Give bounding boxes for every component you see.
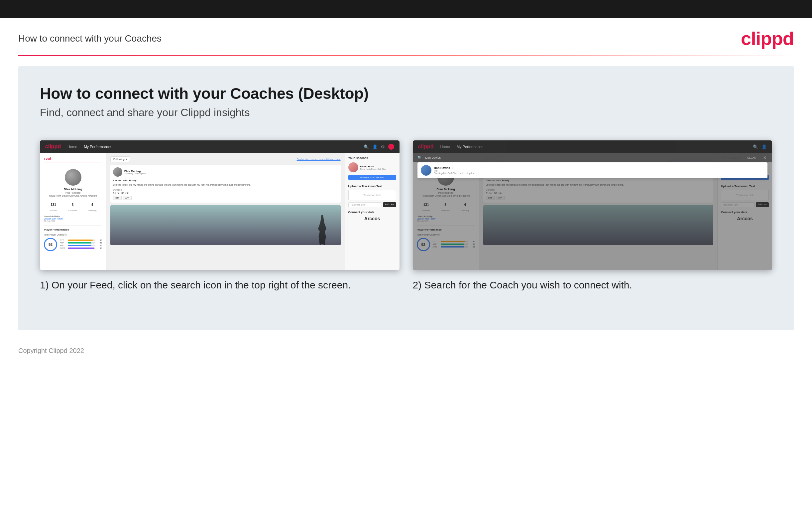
chevron-down-icon: ▾ bbox=[126, 158, 127, 161]
mock-image-bg-2 bbox=[483, 205, 714, 245]
mock-clear-button[interactable]: CLEAR bbox=[747, 156, 756, 159]
user-icon[interactable]: 👤 bbox=[372, 144, 378, 150]
mock-stat-following-2: 4 Following bbox=[461, 203, 469, 213]
mock-control-link[interactable]: Control who can see your activity and da… bbox=[297, 158, 341, 160]
search-magnifier-icon: 🔍 bbox=[418, 156, 422, 160]
mock-nav-icons: 🔍 👤 ⚙ bbox=[364, 144, 394, 150]
mock-duration-label-2: Duration bbox=[486, 188, 711, 191]
mock-performance-2: Player Performance Total Player Quality … bbox=[417, 225, 475, 251]
mock-logo-2: clippd bbox=[418, 144, 434, 150]
mock-post-text-2: Looking to feel like my hands are exitin… bbox=[486, 183, 711, 186]
mock-trackman-row-1: Trackman Link Add Link bbox=[348, 202, 396, 207]
mock-logo-1: clippd bbox=[45, 144, 61, 150]
mock-following-row: Following ▾ Control who can see your act… bbox=[110, 156, 341, 162]
mock-lesson-title: Lesson with Fordy bbox=[113, 179, 338, 182]
mock-post-meta: Yesterday · Sunningdale bbox=[124, 173, 146, 175]
mock-coach-info-1: David Ford Royal North Devon Golf Club bbox=[360, 165, 386, 170]
mock-search-input-wrap: Dan Davies bbox=[425, 156, 744, 159]
mock-perf-title: Player Performance bbox=[44, 228, 102, 231]
mock-post: Blair McHarg Yesterday · Sunningdale Les… bbox=[110, 165, 341, 203]
mock-perf-title-2: Player Performance bbox=[417, 228, 475, 231]
mock-nav-myperformance-2: My Performance bbox=[457, 145, 484, 149]
mock-trackman-row-2: Trackman Link Add Link bbox=[721, 202, 769, 207]
mock-middle-panel-1: Following ▾ Control who can see your act… bbox=[106, 153, 345, 270]
mock-stat-activities-2: 131 Activities bbox=[422, 203, 430, 213]
mock-left-panel-1: Feed Blair McHarg Plus Handicap Royal No… bbox=[40, 153, 106, 270]
settings-icon[interactable]: ⚙ bbox=[381, 144, 385, 150]
screenshot-col-1: clippd Home My Performance 🔍 👤 ⚙ Feed bbox=[40, 140, 399, 292]
screenshot-col-2: clippd Home My Performance 🔍 👤 🔍 Dan Dav… bbox=[413, 140, 772, 292]
mock-avatar bbox=[65, 169, 82, 186]
header: How to connect with your Coaches clippd bbox=[0, 18, 812, 55]
user-icon-2[interactable]: 👤 bbox=[761, 144, 767, 150]
mock-arccos-2: Arccos bbox=[721, 216, 769, 221]
screenshot-mockup-2: clippd Home My Performance 🔍 👤 🔍 Dan Dav… bbox=[413, 140, 772, 270]
mock-result-name-row: Dan Davies ✔ bbox=[434, 166, 475, 170]
mock-bar-putt: PUTT 96 bbox=[60, 247, 102, 249]
mock-bar-arg: ARG 86 bbox=[60, 245, 102, 247]
avatar-icon[interactable] bbox=[388, 144, 394, 150]
mock-btn-app[interactable]: APP bbox=[123, 196, 132, 200]
mock-search-text[interactable]: Dan Davies bbox=[425, 156, 744, 159]
mock-result-info: Dan Davies ✔ Pro Sunningdale Golf Club, … bbox=[434, 166, 475, 174]
mock-following-btn[interactable]: Following ▾ bbox=[110, 156, 130, 162]
mock-trackman-input-1[interactable]: Trackman Link bbox=[348, 202, 382, 207]
mock-manage-btn-1[interactable]: Manage Your Coaches bbox=[348, 175, 396, 180]
step-caption-1: 1) On your Feed, click on the search ico… bbox=[40, 278, 399, 292]
mock-stats: 131 Activities 3 Followers 4 Following bbox=[44, 203, 102, 213]
mock-bar-arg-2: ARG 86 bbox=[433, 246, 475, 248]
mock-btn-ott[interactable]: OTT bbox=[113, 196, 122, 200]
mock-duration-label: Duration bbox=[113, 188, 338, 191]
mock-performance: Player Performance Total Player Quality … bbox=[44, 225, 102, 251]
close-icon[interactable]: ✕ bbox=[762, 155, 767, 160]
search-icon[interactable]: 🔍 bbox=[364, 144, 369, 150]
mock-quality-label: Total Player Quality ⓘ bbox=[44, 233, 102, 237]
mock-post-text: Looking to feel like my hands are exitin… bbox=[113, 183, 338, 186]
mock-coach-item-1: David Ford Royal North Devon Golf Club bbox=[348, 162, 396, 172]
mock-circle-wrap: 92 OTT 90 APP bbox=[44, 238, 102, 251]
verified-icon: ✔ bbox=[451, 167, 454, 170]
mock-stat-following: 4 Following bbox=[88, 203, 96, 213]
mock-coaches-title-1: Your Coaches bbox=[348, 156, 396, 160]
mock-result-name: Dan Davies bbox=[434, 166, 450, 170]
mock-stat-followers-2: 3 Followers bbox=[441, 203, 450, 213]
mock-bars: OTT 90 APP 85 bbox=[60, 239, 102, 250]
mock-post-info: Blair McHarg Yesterday · Sunningdale bbox=[124, 170, 146, 175]
screenshots-row: clippd Home My Performance 🔍 👤 ⚙ Feed bbox=[40, 140, 772, 292]
mock-bar-app-2: APP 85 bbox=[433, 243, 475, 245]
top-bar bbox=[0, 0, 812, 18]
mock-profile-handicap-2: Plus Handicap bbox=[417, 192, 475, 194]
mock-quality-score: 92 bbox=[44, 238, 57, 251]
mock-add-btn-2[interactable]: Add Link bbox=[756, 202, 769, 207]
mock-add-btn-1[interactable]: Add Link bbox=[383, 202, 396, 207]
mock-search-result[interactable]: Dan Davies ✔ Pro Sunningdale Golf Club, … bbox=[418, 162, 768, 178]
mock-profile-handicap: Plus Handicap bbox=[44, 192, 102, 194]
mock-connect-title-1: Connect your data bbox=[348, 211, 396, 214]
mock-bar-ott: OTT 90 bbox=[60, 239, 102, 241]
mock-result-role: Pro bbox=[434, 170, 475, 172]
mock-nav-2: clippd Home My Performance 🔍 👤 bbox=[413, 140, 772, 153]
mock-image-bg bbox=[110, 205, 341, 245]
mock-arccos-1: Arccos bbox=[348, 216, 396, 221]
mock-circle-wrap-2: 92 OTT 90 APP bbox=[417, 238, 475, 251]
mock-connect-title-2: Connect your data bbox=[721, 211, 769, 214]
mock-stat-activities: 131 Activities bbox=[50, 203, 57, 213]
main-content: How to connect with your Coaches (Deskto… bbox=[18, 66, 794, 330]
search-icon-2[interactable]: 🔍 bbox=[753, 144, 758, 150]
mock-trackman-input-2[interactable]: Trackman Link bbox=[721, 202, 755, 207]
mock-duration-2: 01 hr : 30 min bbox=[486, 192, 711, 195]
mock-btn-row: OTT APP bbox=[113, 196, 338, 200]
mock-golfer-image bbox=[110, 205, 341, 245]
mock-btn-ott-2[interactable]: OTT bbox=[486, 196, 494, 200]
clippd-logo: clippd bbox=[741, 28, 794, 49]
mock-quality-score-2: 92 bbox=[417, 238, 430, 251]
mock-coach-club-1: Royal North Devon Golf Club bbox=[360, 168, 386, 170]
mock-btn-app-2[interactable]: APP bbox=[496, 196, 505, 200]
mock-nav-1: clippd Home My Performance 🔍 👤 ⚙ bbox=[40, 140, 399, 153]
mock-body-1: Feed Blair McHarg Plus Handicap Royal No… bbox=[40, 153, 399, 270]
footer-text: Copyright Clippd 2022 bbox=[18, 347, 84, 354]
mock-quality-label-2: Total Player Quality ⓘ bbox=[417, 233, 475, 237]
mock-bar-ott-2: OTT 90 bbox=[433, 241, 475, 243]
mock-coach-avatar-1 bbox=[348, 162, 358, 172]
mock-feed-label: Feed bbox=[44, 157, 102, 162]
